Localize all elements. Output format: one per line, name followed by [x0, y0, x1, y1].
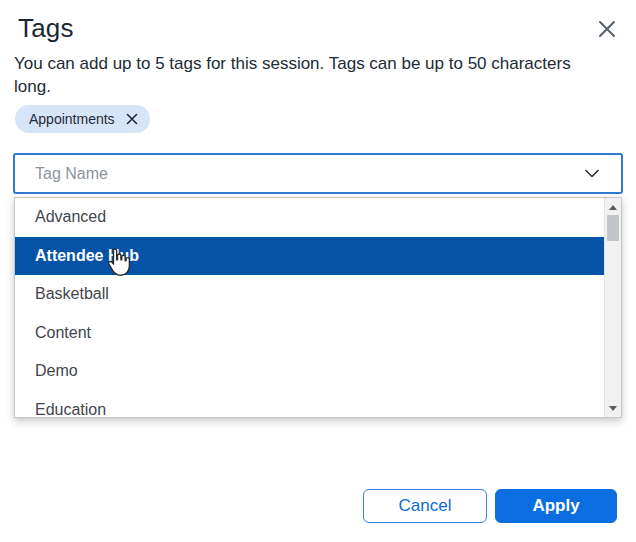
- cancel-button[interactable]: Cancel: [363, 489, 487, 523]
- dropdown-option-demo[interactable]: Demo: [15, 352, 604, 391]
- x-icon: [126, 113, 138, 125]
- close-button[interactable]: [594, 16, 620, 42]
- scroll-down-button[interactable]: [605, 400, 621, 416]
- scroll-up-button[interactable]: [605, 199, 621, 215]
- tag-chip-label: Appointments: [29, 111, 115, 127]
- dropdown-option-basketball[interactable]: Basketball: [15, 275, 604, 314]
- dropdown-list: Advanced Attendee Hub Basketball Content…: [14, 197, 622, 418]
- chevron-down-icon[interactable]: [585, 169, 599, 178]
- scrollbar-thumb[interactable]: [607, 215, 619, 241]
- apply-button[interactable]: Apply: [495, 489, 617, 523]
- close-icon: [597, 19, 617, 39]
- dropdown-option-content[interactable]: Content: [15, 314, 604, 353]
- tag-name-input[interactable]: [15, 155, 585, 192]
- tag-name-combobox[interactable]: [13, 153, 623, 194]
- tags-dialog: Tags You can add up to 5 tags for this s…: [0, 0, 636, 542]
- dropdown-option-education[interactable]: Education: [15, 391, 604, 419]
- remove-tag-button[interactable]: [125, 112, 139, 126]
- dropdown-option-advanced[interactable]: Advanced: [15, 198, 604, 237]
- dropdown-option-attendee-hub[interactable]: Attendee Hub: [15, 237, 604, 276]
- dialog-description: You can add up to 5 tags for this sessio…: [14, 52, 606, 98]
- scrollbar[interactable]: [604, 198, 621, 417]
- page-title: Tags: [18, 13, 74, 44]
- dropdown-options: Advanced Attendee Hub Basketball Content…: [15, 198, 604, 418]
- tag-chip: Appointments: [15, 105, 150, 133]
